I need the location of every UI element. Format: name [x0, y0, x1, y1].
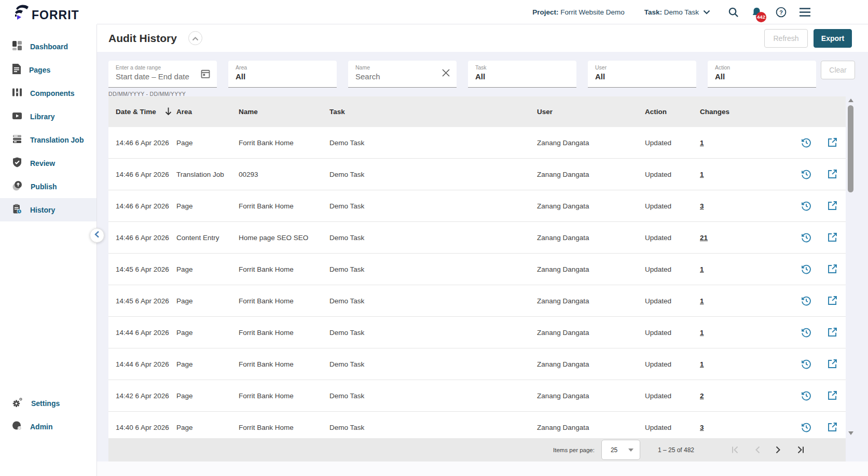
- sidebar-item-dashboard[interactable]: Dashboard: [0, 35, 97, 58]
- restore-history-icon[interactable]: [801, 232, 812, 243]
- restore-history-icon[interactable]: [801, 422, 812, 433]
- date-range-filter[interactable]: Enter a date range DD/MM/YYYY - DD/MM/YY…: [108, 61, 217, 88]
- column-header-name[interactable]: Name: [239, 108, 329, 116]
- collapse-filters-button[interactable]: [188, 31, 202, 45]
- column-header-area[interactable]: Area: [176, 108, 239, 116]
- notifications-bell-icon[interactable]: 442: [751, 7, 762, 18]
- help-icon[interactable]: ?: [776, 7, 787, 18]
- changes-count-link[interactable]: 1: [700, 329, 704, 337]
- search-icon[interactable]: [728, 7, 739, 18]
- restore-history-icon[interactable]: [801, 327, 812, 338]
- task-filter[interactable]: Task All: [468, 61, 576, 88]
- table-row[interactable]: 14:40 6 Apr 2026 Page Forrit Bank Home D…: [108, 412, 846, 438]
- sidebar-item-pages[interactable]: Pages: [0, 58, 97, 81]
- cell-name: 00293: [239, 171, 329, 178]
- sidebar-item-translation-job[interactable]: Translation Job: [0, 128, 97, 151]
- sidebar-item-publish[interactable]: Publish: [0, 175, 97, 198]
- open-in-new-icon[interactable]: [827, 358, 838, 370]
- next-page-button[interactable]: [776, 446, 781, 454]
- table-row[interactable]: 14:46 6 Apr 2026 Content Entry Home page…: [108, 222, 846, 254]
- scrollbar-down-arrow-icon[interactable]: [848, 431, 853, 435]
- date-range-input[interactable]: [116, 72, 210, 81]
- sidebar-item-history[interactable]: History: [0, 198, 97, 221]
- action-filter[interactable]: Action All: [708, 61, 816, 88]
- changes-count-link[interactable]: 1: [700, 139, 704, 147]
- sidebar-item-admin[interactable]: Admin: [0, 415, 97, 438]
- sidebar-item-components[interactable]: Components: [0, 81, 97, 105]
- cell-area: Page: [176, 392, 239, 400]
- changes-count-link[interactable]: 3: [700, 424, 704, 431]
- chevron-left-icon: [94, 231, 100, 240]
- table-row[interactable]: 14:46 6 Apr 2026 Translation Job 00293 D…: [108, 159, 846, 190]
- restore-history-icon[interactable]: [801, 200, 812, 212]
- clear-filters-button[interactable]: Clear: [821, 61, 855, 79]
- hamburger-menu-icon[interactable]: [799, 8, 811, 17]
- cell-action: Updated: [645, 202, 700, 210]
- column-header-action[interactable]: Action: [645, 108, 700, 116]
- changes-count-link[interactable]: 1: [700, 360, 704, 368]
- name-filter[interactable]: Name: [348, 61, 457, 88]
- open-in-new-icon[interactable]: [827, 263, 838, 275]
- column-header-datetime[interactable]: Date & Time: [116, 107, 176, 117]
- name-search-input[interactable]: [355, 72, 449, 81]
- table-row[interactable]: 14:44 6 Apr 2026 Page Forrit Bank Home D…: [108, 317, 846, 348]
- open-in-new-icon[interactable]: [827, 422, 838, 433]
- sidebar-item-library[interactable]: Library: [0, 105, 97, 128]
- refresh-button[interactable]: Refresh: [764, 29, 808, 48]
- restore-history-icon[interactable]: [801, 263, 812, 275]
- pagination-bar: Items per page: 25 1 – 25 of 482: [108, 438, 846, 461]
- page-size-select[interactable]: 25: [601, 440, 640, 460]
- user-filter[interactable]: User All: [588, 61, 696, 88]
- changes-count-link[interactable]: 21: [700, 234, 708, 242]
- cell-name: Forrit Bank Home: [239, 202, 329, 210]
- restore-history-icon[interactable]: [801, 137, 812, 148]
- column-header-user[interactable]: User: [537, 108, 645, 116]
- open-in-new-icon[interactable]: [827, 169, 838, 180]
- open-in-new-icon[interactable]: [827, 137, 838, 148]
- changes-count-link[interactable]: 2: [700, 392, 704, 400]
- table-row[interactable]: 14:46 6 Apr 2026 Page Forrit Bank Home D…: [108, 190, 846, 222]
- restore-history-icon[interactable]: [801, 295, 812, 306]
- table-row[interactable]: 14:45 6 Apr 2026 Page Forrit Bank Home D…: [108, 285, 846, 317]
- table-row[interactable]: 14:42 6 Apr 2026 Page Forrit Bank Home D…: [108, 380, 846, 412]
- column-header-task[interactable]: Task: [329, 108, 537, 116]
- open-in-new-icon[interactable]: [827, 327, 838, 338]
- sidebar-item-review[interactable]: Review: [0, 151, 97, 175]
- scrollbar-up-arrow-icon[interactable]: [848, 99, 853, 102]
- previous-page-button[interactable]: [755, 446, 760, 454]
- column-header-changes[interactable]: Changes: [700, 108, 763, 116]
- table-row[interactable]: 14:44 6 Apr 2026 Page Forrit Bank Home D…: [108, 348, 846, 380]
- cell-user: Zanang Dangata: [537, 360, 645, 368]
- sidebar-item-label: Translation Job: [30, 136, 84, 144]
- restore-history-icon[interactable]: [801, 169, 812, 180]
- open-in-new-icon[interactable]: [827, 295, 838, 306]
- area-filter[interactable]: Area All: [228, 61, 337, 88]
- task-selector[interactable]: Task: Demo Task: [644, 8, 710, 16]
- table-row[interactable]: 14:45 6 Apr 2026 Page Forrit Bank Home D…: [108, 254, 846, 285]
- open-in-new-icon[interactable]: [827, 200, 838, 212]
- cell-user: Zanang Dangata: [537, 139, 645, 147]
- open-in-new-icon[interactable]: [827, 390, 838, 401]
- restore-history-icon[interactable]: [801, 358, 812, 370]
- sidebar-item-settings[interactable]: Settings: [0, 391, 97, 415]
- clear-search-x-icon[interactable]: [442, 68, 450, 79]
- forrit-logo[interactable]: FORRIT: [0, 3, 79, 22]
- scrollbar-thumb[interactable]: [848, 105, 853, 192]
- open-in-new-icon[interactable]: [827, 232, 838, 243]
- export-button[interactable]: Export: [814, 29, 852, 48]
- changes-count-link[interactable]: 1: [700, 171, 704, 178]
- restore-history-icon[interactable]: [801, 390, 812, 401]
- last-page-button[interactable]: [796, 446, 804, 454]
- changes-count-link[interactable]: 1: [700, 297, 704, 305]
- cell-area: Page: [176, 202, 239, 210]
- changes-count-link[interactable]: 3: [700, 202, 704, 210]
- table-scrollbar[interactable]: [847, 96, 855, 438]
- sort-desc-arrow-icon[interactable]: [164, 107, 172, 117]
- project-indicator: Project: Forrit Website Demo: [532, 8, 625, 16]
- first-page-button[interactable]: [732, 446, 739, 454]
- calendar-icon[interactable]: [200, 68, 211, 81]
- sidebar-collapse-button[interactable]: [90, 228, 104, 243]
- project-label: Project:: [532, 8, 558, 16]
- changes-count-link[interactable]: 1: [700, 265, 704, 273]
- table-row[interactable]: 14:46 6 Apr 2026 Page Forrit Bank Home D…: [108, 127, 846, 159]
